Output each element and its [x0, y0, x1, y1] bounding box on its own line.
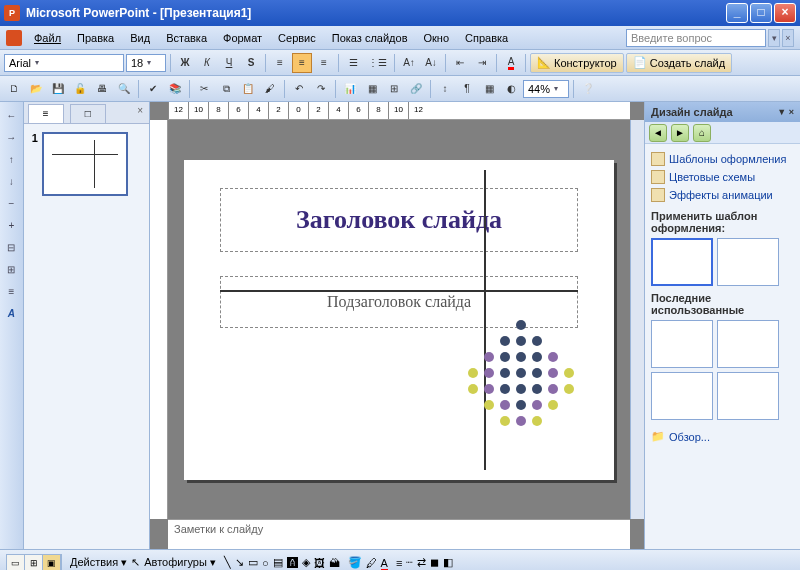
3d-style-button[interactable]: ◧	[443, 556, 453, 569]
preview-button[interactable]: 🔍	[114, 79, 134, 99]
decrease-font-button[interactable]: A↓	[421, 53, 441, 73]
autoshapes-menu[interactable]: Автофигуры ▾	[144, 556, 216, 569]
oval-button[interactable]: ○	[262, 557, 269, 569]
ask-question-input[interactable]: Введите вопрос	[626, 29, 766, 47]
outline-tab[interactable]: ≡	[28, 104, 64, 123]
title-placeholder[interactable]: Заголовок слайда	[220, 188, 578, 252]
redo-button[interactable]: ↷	[311, 79, 331, 99]
help-button[interactable]: ❔	[578, 79, 598, 99]
zoom-combo[interactable]: 44%▾	[523, 80, 569, 98]
bulleted-list-button[interactable]: ⋮☰	[365, 53, 390, 73]
expand-all-button[interactable]: ↕	[435, 79, 455, 99]
copy-button[interactable]: ⧉	[216, 79, 236, 99]
undo-button[interactable]: ↶	[289, 79, 309, 99]
task-pane-dropdown[interactable]: ▼ ×	[777, 107, 794, 117]
research-button[interactable]: 📚	[165, 79, 185, 99]
format-painter-button[interactable]: 🖌	[260, 79, 280, 99]
table-button[interactable]: ▦	[362, 79, 382, 99]
open-button[interactable]: 📂	[26, 79, 46, 99]
move-up-button[interactable]: ↑	[1, 150, 21, 170]
shadow-style-button[interactable]: ◼	[430, 556, 439, 569]
thumbs-close-button[interactable]: ×	[131, 102, 149, 123]
vertical-scrollbar[interactable]	[630, 120, 644, 519]
slide-canvas[interactable]: Заголовок слайда Подзаголовок слайда	[168, 120, 630, 519]
wordart-button[interactable]: 🅰	[287, 557, 298, 569]
textbox-button[interactable]: ▤	[273, 556, 283, 569]
dash-style-button[interactable]: ┈	[406, 556, 413, 569]
browse-link[interactable]: 📁 Обзор...	[651, 428, 794, 445]
minimize-button[interactable]: _	[726, 3, 748, 23]
menu-tools[interactable]: Сервис	[270, 29, 324, 47]
bold-button[interactable]: Ж	[175, 53, 195, 73]
draw-menu[interactable]: Действия ▾	[70, 556, 127, 569]
increase-font-button[interactable]: A↑	[399, 53, 419, 73]
cut-button[interactable]: ✂	[194, 79, 214, 99]
move-down-button[interactable]: ↓	[1, 172, 21, 192]
color-schemes-link[interactable]: Цветовые схемы	[651, 168, 794, 186]
animation-effects-link[interactable]: Эффекты анимации	[651, 186, 794, 204]
slides-tab[interactable]: □	[70, 104, 106, 123]
menu-window[interactable]: Окно	[416, 29, 458, 47]
slideshow-view-button[interactable]: ▣	[43, 555, 61, 571]
templates-link[interactable]: Шаблоны оформления	[651, 150, 794, 168]
chart-button[interactable]: 📊	[340, 79, 360, 99]
menu-slideshow[interactable]: Показ слайдов	[324, 29, 416, 47]
print-button[interactable]: 🖶	[92, 79, 112, 99]
template-thumb-1[interactable]	[651, 238, 713, 286]
collapse-all-button[interactable]: ⊟	[1, 238, 21, 258]
demote-button[interactable]: →	[1, 128, 21, 148]
increase-indent-button[interactable]: ⇥	[472, 53, 492, 73]
font-name-combo[interactable]: Arial▾	[4, 54, 124, 72]
underline-button[interactable]: Ч	[219, 53, 239, 73]
picture-button[interactable]: 🏔	[329, 557, 340, 569]
show-formatting-button[interactable]: ¶	[457, 79, 477, 99]
color-grayscale-button[interactable]: ◐	[501, 79, 521, 99]
slide-thumbnail-1[interactable]: 1	[32, 132, 141, 196]
template-thumb-4[interactable]	[717, 320, 779, 368]
rectangle-button[interactable]: ▭	[248, 556, 258, 569]
font-size-combo[interactable]: 18▾	[126, 54, 166, 72]
menu-format[interactable]: Формат	[215, 29, 270, 47]
show-formatting-button2[interactable]: A	[1, 304, 21, 324]
show-grid-button[interactable]: ▦	[479, 79, 499, 99]
collapse-button[interactable]: −	[1, 194, 21, 214]
help-dropdown[interactable]: ▾	[768, 29, 780, 47]
expand-button[interactable]: +	[1, 216, 21, 236]
nav-forward-button[interactable]: ►	[671, 124, 689, 142]
font-color-button[interactable]: A	[501, 53, 521, 73]
permission-button[interactable]: 🔓	[70, 79, 90, 99]
arrow-style-button[interactable]: ⇄	[417, 556, 426, 569]
align-right-button[interactable]: ≡	[314, 53, 334, 73]
paste-button[interactable]: 📋	[238, 79, 258, 99]
arrow-button[interactable]: ↘	[235, 556, 244, 569]
menu-help[interactable]: Справка	[457, 29, 516, 47]
italic-button[interactable]: К	[197, 53, 217, 73]
template-thumb-5[interactable]	[651, 372, 713, 420]
expand-all-button[interactable]: ⊞	[1, 260, 21, 280]
template-thumb-3[interactable]	[651, 320, 713, 368]
fill-color-button[interactable]: 🪣	[348, 556, 362, 569]
diagram-button[interactable]: ◈	[302, 556, 310, 569]
new-slide-button[interactable]: 📄Создать слайд	[626, 53, 732, 73]
nav-home-button[interactable]: ⌂	[693, 124, 711, 142]
menu-file[interactable]: Файл	[26, 29, 69, 47]
designer-button[interactable]: 📐Конструктор	[530, 53, 624, 73]
maximize-button[interactable]: □	[750, 3, 772, 23]
align-center-button[interactable]: ≡	[292, 53, 312, 73]
new-button[interactable]: 🗋	[4, 79, 24, 99]
close-button[interactable]: ×	[774, 3, 796, 23]
align-left-button[interactable]: ≡	[270, 53, 290, 73]
promote-button[interactable]: ←	[1, 106, 21, 126]
clipart-button[interactable]: 🖼	[314, 557, 325, 569]
template-thumb-6[interactable]	[717, 372, 779, 420]
select-objects-button[interactable]: ↖	[131, 556, 140, 569]
tables-borders-button[interactable]: ⊞	[384, 79, 404, 99]
normal-view-button[interactable]: ▭	[7, 555, 25, 571]
nav-back-button[interactable]: ◄	[649, 124, 667, 142]
line-style-button[interactable]: ≡	[396, 557, 402, 569]
numbered-list-button[interactable]: ☰	[343, 53, 363, 73]
shadow-button[interactable]: S	[241, 53, 261, 73]
line-color-button[interactable]: 🖊	[366, 557, 377, 569]
save-button[interactable]: 💾	[48, 79, 68, 99]
doc-close-button[interactable]: ×	[782, 29, 794, 47]
